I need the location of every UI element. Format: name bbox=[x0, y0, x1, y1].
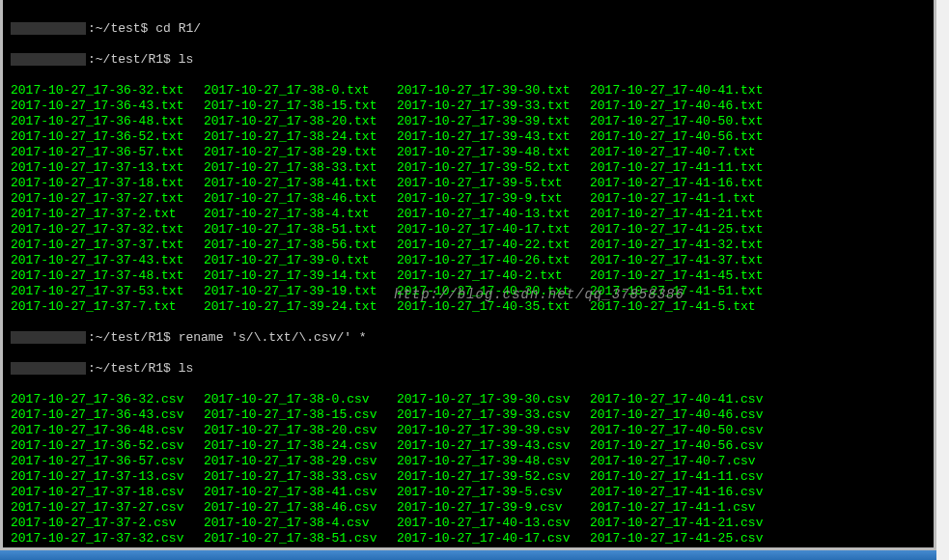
file-entry: 2017-10-27_17-40-17.csv bbox=[397, 531, 590, 546]
file-entry: 2017-10-27_17-36-48.txt bbox=[11, 114, 204, 129]
file-entry: 2017-10-27_17-39-48.csv bbox=[397, 454, 590, 469]
file-entry: 2017-10-27_17-38-41.csv bbox=[204, 485, 397, 500]
file-entry: 2017-10-27_17-41-11.txt bbox=[590, 160, 783, 176]
file-entry: 2017-10-27_17-41-16.csv bbox=[590, 485, 783, 500]
file-entry: 2017-10-27_17-36-57.csv bbox=[11, 454, 204, 469]
file-column-4: 2017-10-27_17-40-41.csv2017-10-27_17-40-… bbox=[590, 392, 783, 550]
file-entry: 2017-10-27_17-36-43.csv bbox=[11, 407, 204, 423]
file-entry: 2017-10-27_17-38-4.csv bbox=[204, 516, 397, 531]
file-entry: 2017-10-27_17-39-9.csv bbox=[397, 500, 590, 516]
file-entry: 2017-10-27_17-37-37.txt bbox=[11, 238, 204, 253]
file-entry: 2017-10-27_17-41-5.txt bbox=[590, 299, 783, 315]
file-column-1: 2017-10-27_17-36-32.csv2017-10-27_17-36-… bbox=[11, 392, 204, 550]
file-entry: 2017-10-27_17-38-33.txt bbox=[204, 160, 397, 176]
file-entry: 2017-10-27_17-36-52.csv bbox=[11, 438, 204, 454]
file-entry: 2017-10-27_17-37-37.csv bbox=[11, 546, 204, 550]
file-entry: 2017-10-27_17-41-21.txt bbox=[590, 207, 783, 222]
file-entry: 2017-10-27_17-39-14.txt bbox=[204, 268, 397, 284]
file-entry: 2017-10-27_17-40-22.csv bbox=[397, 546, 590, 550]
file-entry: 2017-10-27_17-41-16.txt bbox=[590, 176, 783, 191]
file-entry: 2017-10-27_17-38-56.csv bbox=[204, 546, 397, 550]
file-entry: 2017-10-27_17-37-43.txt bbox=[11, 253, 204, 268]
file-entry: 2017-10-27_17-37-13.txt bbox=[11, 160, 204, 176]
file-entry: 2017-10-27_17-39-48.txt bbox=[397, 145, 590, 160]
file-entry: 2017-10-27_17-40-13.txt bbox=[397, 207, 590, 222]
file-entry: 2017-10-27_17-40-35.txt bbox=[397, 299, 590, 315]
file-entry: 2017-10-27_17-39-52.csv bbox=[397, 469, 590, 485]
scrollbar-vertical[interactable] bbox=[936, 0, 949, 560]
file-entry: 2017-10-27_17-38-0.txt bbox=[204, 83, 397, 98]
file-entry: 2017-10-27_17-39-43.txt bbox=[397, 129, 590, 145]
command-cd: cd R1/ bbox=[155, 21, 201, 36]
file-entry: 2017-10-27_17-39-24.txt bbox=[204, 299, 397, 315]
file-entry: 2017-10-27_17-38-24.csv bbox=[204, 438, 397, 454]
file-entry: 2017-10-27_17-38-15.csv bbox=[204, 407, 397, 423]
file-entry: 2017-10-27_17-40-26.txt bbox=[397, 253, 590, 268]
file-entry: 2017-10-27_17-37-13.csv bbox=[11, 469, 204, 485]
file-entry: 2017-10-27_17-36-32.csv bbox=[11, 392, 204, 407]
file-entry: 2017-10-27_17-38-29.csv bbox=[204, 454, 397, 469]
file-entry: 2017-10-27_17-40-30.txt bbox=[397, 284, 590, 299]
file-entry: 2017-10-27_17-38-33.csv bbox=[204, 469, 397, 485]
file-entry: 2017-10-27_17-38-20.txt bbox=[204, 114, 397, 129]
file-entry: 2017-10-27_17-37-18.csv bbox=[11, 485, 204, 500]
file-entry: 2017-10-27_17-37-48.txt bbox=[11, 268, 204, 284]
file-entry: 2017-10-27_17-38-15.txt bbox=[204, 98, 397, 114]
file-entry: 2017-10-27_17-37-32.txt bbox=[11, 222, 204, 238]
file-entry: 2017-10-27_17-38-51.txt bbox=[204, 222, 397, 238]
file-entry: 2017-10-27_17-39-39.txt bbox=[397, 114, 590, 129]
file-entry: 2017-10-27_17-39-39.csv bbox=[397, 423, 590, 438]
prompt-line-1: :~/test$ cd R1/ bbox=[11, 21, 926, 37]
obscured-user bbox=[11, 53, 86, 66]
file-entry: 2017-10-27_17-40-17.txt bbox=[397, 222, 590, 238]
file-entry: 2017-10-27_17-41-25.csv bbox=[590, 531, 783, 546]
prompt-path: :~/test/R1$ bbox=[88, 330, 171, 345]
file-entry: 2017-10-27_17-40-50.csv bbox=[590, 423, 783, 438]
file-entry: 2017-10-27_17-41-1.csv bbox=[590, 500, 783, 516]
obscured-user bbox=[11, 22, 86, 35]
file-entry: 2017-10-27_17-41-32.txt bbox=[590, 238, 783, 253]
file-entry: 2017-10-27_17-38-0.csv bbox=[204, 392, 397, 407]
file-entry: 2017-10-27_17-39-43.csv bbox=[397, 438, 590, 454]
file-entry: 2017-10-27_17-39-33.txt bbox=[397, 98, 590, 114]
file-column-4: 2017-10-27_17-40-41.txt2017-10-27_17-40-… bbox=[590, 83, 783, 315]
command-ls: ls bbox=[179, 52, 194, 67]
prompt-path: :~/test/R1$ bbox=[88, 52, 171, 67]
ls-output-csv: 2017-10-27_17-36-32.csv2017-10-27_17-36-… bbox=[11, 392, 926, 550]
file-entry: 2017-10-27_17-40-7.csv bbox=[590, 454, 783, 469]
file-entry: 2017-10-27_17-41-1.txt bbox=[590, 191, 783, 207]
command-ls: ls bbox=[179, 361, 194, 376]
file-entry: 2017-10-27_17-40-13.csv bbox=[397, 516, 590, 531]
file-entry: 2017-10-27_17-37-27.csv bbox=[11, 500, 204, 516]
file-entry: 2017-10-27_17-36-57.txt bbox=[11, 145, 204, 160]
file-entry: 2017-10-27_17-36-32.txt bbox=[11, 83, 204, 98]
file-entry: 2017-10-27_17-38-51.csv bbox=[204, 531, 397, 546]
file-entry: 2017-10-27_17-38-29.txt bbox=[204, 145, 397, 160]
file-entry: 2017-10-27_17-38-41.txt bbox=[204, 176, 397, 191]
file-entry: 2017-10-27_17-40-46.csv bbox=[590, 407, 783, 423]
file-entry: 2017-10-27_17-41-45.txt bbox=[590, 268, 783, 284]
file-entry: 2017-10-27_17-39-5.csv bbox=[397, 485, 590, 500]
file-entry: 2017-10-27_17-37-2.txt bbox=[11, 207, 204, 222]
file-entry: 2017-10-27_17-38-46.csv bbox=[204, 500, 397, 516]
file-entry: 2017-10-27_17-38-56.txt bbox=[204, 238, 397, 253]
file-entry: 2017-10-27_17-36-48.csv bbox=[11, 423, 204, 438]
ls-output-txt: 2017-10-27_17-36-32.txt2017-10-27_17-36-… bbox=[11, 83, 926, 315]
file-entry: 2017-10-27_17-40-41.txt bbox=[590, 83, 783, 98]
file-entry: 2017-10-27_17-37-32.csv bbox=[11, 531, 204, 546]
prompt-line-3: :~/test/R1$ rename 's/\.txt/\.csv/' * bbox=[11, 330, 926, 346]
file-entry: 2017-10-27_17-38-46.txt bbox=[204, 191, 397, 207]
prompt-path: :~/test$ bbox=[88, 21, 148, 36]
terminal-window: :~/test$ cd R1/ :~/test/R1$ ls 2017-10-2… bbox=[0, 0, 936, 550]
obscured-user bbox=[11, 331, 86, 344]
obscured-user bbox=[11, 362, 86, 375]
file-entry: 2017-10-27_17-36-43.txt bbox=[11, 98, 204, 114]
file-entry: 2017-10-27_17-39-52.txt bbox=[397, 160, 590, 176]
terminal-content[interactable]: :~/test$ cd R1/ :~/test/R1$ ls 2017-10-2… bbox=[3, 0, 934, 550]
file-entry: 2017-10-27_17-37-27.txt bbox=[11, 191, 204, 207]
file-entry: 2017-10-27_17-41-21.csv bbox=[590, 516, 783, 531]
file-column-3: 2017-10-27_17-39-30.txt2017-10-27_17-39-… bbox=[397, 83, 590, 315]
file-column-1: 2017-10-27_17-36-32.txt2017-10-27_17-36-… bbox=[11, 83, 204, 315]
file-entry: 2017-10-27_17-39-0.txt bbox=[204, 253, 397, 268]
file-entry: 2017-10-27_17-38-4.txt bbox=[204, 207, 397, 222]
